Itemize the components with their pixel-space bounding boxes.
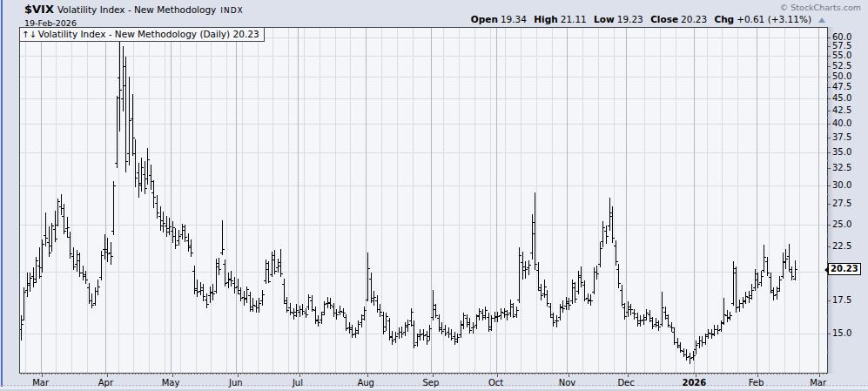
x-axis-label: May <box>162 378 180 388</box>
x-axis-label: Sep <box>422 378 439 388</box>
y-axis-label: 32.5 <box>832 163 851 172</box>
stockcharts-window: $VIXVolatility Index - New MethodologyIN… <box>0 0 868 391</box>
x-axis-label: Aug <box>357 378 374 388</box>
price-arrow-icon <box>824 266 829 273</box>
x-axis-label: Dec <box>617 378 634 388</box>
y-axis-label: 47.5 <box>832 82 851 91</box>
legend-text: Volatility Index - New Methodology (Dail… <box>38 29 259 39</box>
y-axis-label: 27.5 <box>832 199 851 208</box>
x-axis-label: Mar <box>810 378 826 388</box>
x-axis-label: Jul <box>293 378 303 388</box>
x-axis-label: Jun <box>229 378 243 388</box>
y-axis-label: 22.5 <box>832 241 851 251</box>
y-axis-label: 45.0 <box>832 93 851 103</box>
y-axis-label: 25.0 <box>832 219 851 229</box>
x-axis-label: Feb <box>749 378 764 388</box>
updown-icon: ↑↓ <box>22 30 37 39</box>
x-axis-label: Apr <box>98 378 113 388</box>
y-axis-label: 52.5 <box>832 61 851 71</box>
y-axis-label: 57.5 <box>832 41 851 51</box>
price-chart <box>0 0 868 391</box>
y-axis-label: 50.0 <box>832 71 851 81</box>
x-axis-label: 2026 <box>682 378 706 388</box>
chart-legend: ↑↓Volatility Index - New Methodology (Da… <box>20 28 265 42</box>
y-axis-label: 35.0 <box>832 147 851 157</box>
y-axis-label: 40.0 <box>832 118 851 128</box>
y-axis-label: 55.0 <box>832 51 851 60</box>
y-axis-label: 37.5 <box>832 132 851 142</box>
y-axis-label: 42.5 <box>832 105 851 115</box>
x-axis-label: Oct <box>488 378 503 388</box>
x-axis-label: Nov <box>559 378 576 388</box>
y-axis-label: 60.0 <box>832 32 851 42</box>
y-axis-label: 15.0 <box>832 328 851 338</box>
y-axis-label: 17.5 <box>832 295 851 305</box>
x-axis-label: Mar <box>32 378 49 388</box>
last-price-tag: 20.23 <box>828 263 861 275</box>
price-tag-value: 20.23 <box>831 264 858 273</box>
y-axis-label: 30.0 <box>832 180 851 190</box>
